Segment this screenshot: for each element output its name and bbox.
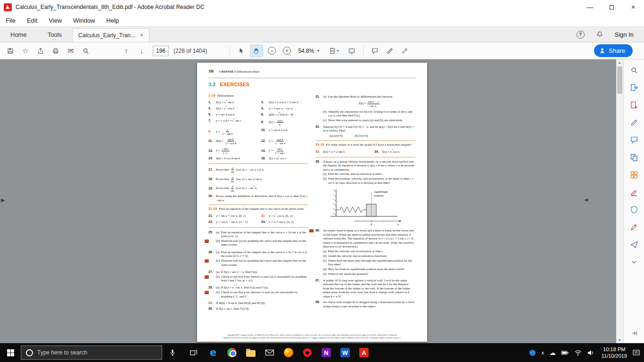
edge-icon[interactable]: e [204,343,223,362]
action-center-icon[interactable] [632,349,640,356]
zoom-in-icon[interactable]: + [280,45,293,57]
chrome-icon[interactable] [223,343,241,362]
hand-tool-icon[interactable] [250,45,263,57]
vertical-scrollbar[interactable]: ▲ ▼ [616,59,623,343]
star-favorite-icon[interactable]: ☆ [19,45,32,57]
right-panel-expand-icon[interactable]: ◀ [584,197,588,202]
pdf-page: 196 CHAPTER 3 Differentiation Rules 3.3E… [197,63,427,342]
share-button[interactable]: Share [594,44,633,57]
fill-sign-icon[interactable] [629,222,639,232]
menu-item[interactable]: File [6,17,16,24]
document-canvas[interactable]: ▶ 196 CHAPTER 3 Differentiation Rules 3.… [0,59,616,343]
volume-icon[interactable] [587,349,594,356]
task-view-icon[interactable] [183,343,204,362]
start-button[interactable] [0,343,21,362]
create-pdf-icon[interactable] [629,100,639,110]
page-number-input[interactable]: 196 [153,46,169,56]
sign-in-button[interactable]: Sign In [615,31,634,38]
opera-icon[interactable] [298,343,317,362]
zoom-level-dropdown[interactable]: 54.8% ▼ [295,45,322,57]
notifications-bell-icon[interactable] [593,28,606,41]
left-pane-toggle-icon[interactable]: ▶ [1,197,5,203]
acrobat-taskbar-icon[interactable]: A [355,343,373,362]
main-toolbar: ☆ ✉ ↑ ↓ 196 (228 of 1404) − + 54.8% ▼ ▼ … [0,42,644,59]
zoom-out-icon[interactable]: − [265,45,278,57]
file-explorer-icon[interactable] [241,343,260,362]
wifi-icon[interactable] [574,349,582,356]
exercise: 12. y = cos x1 − sin x [261,138,308,145]
exercise: 17. Prove that ddx (csc x) = −csc x cot … [208,166,308,174]
firefox-icon[interactable] [279,343,298,362]
more-tools-chevron-icon[interactable] [629,257,639,267]
exercise-parts: (a) Find the velocity and acceleration a… [323,172,415,185]
onenote-icon[interactable]: N [317,343,336,362]
exercise: 11. f(θ) = sin θ1 + cos θ [208,138,257,145]
taskbar-search-input[interactable]: Type here to search [21,346,162,360]
export-pdf-icon[interactable] [629,82,639,93]
find-zoom-icon[interactable] [79,45,92,57]
reading-mode-icon[interactable] [345,45,358,57]
sign-tool-icon[interactable] [398,45,412,57]
part-label: (a) [216,230,220,234]
tab-tools[interactable]: Tools [37,27,72,42]
exercise-number: 28. [208,286,215,289]
tab-home[interactable]: Home [0,27,37,42]
subpart: (b) h′(π/3) [355,134,368,138]
fit-width-icon[interactable]: ▼ [324,45,343,57]
page-count-label: (228 of 1404) [173,48,207,54]
search-tools-icon[interactable] [629,65,639,75]
comment-icon[interactable] [629,135,639,145]
redact-icon[interactable] [629,187,639,197]
taskbar-clock[interactable]: 10:18 PM 11/10/2019 [602,346,627,360]
group-1-16-header: 1–16Differentiate. [208,94,308,98]
close-button[interactable]: × [622,0,644,14]
exercise: 7. y = c cos t + t2 sin t [208,119,257,126]
menu-item[interactable]: Edit [27,17,37,24]
help-icon[interactable]: ? [577,31,585,39]
next-page-icon[interactable]: ↓ [135,45,148,57]
menu-item[interactable]: Window [73,17,95,24]
subpart: (a) g′(π/3) [330,134,342,138]
combine-files-icon[interactable] [629,152,639,163]
comment-tool-icon[interactable] [368,45,381,57]
organize-pages-icon[interactable] [629,170,639,180]
scrollbar-thumb[interactable] [617,66,622,94]
email-icon[interactable]: ✉ [64,45,77,57]
group-text: Differentiate. [217,94,234,97]
word-icon[interactable]: W [336,343,355,362]
print-icon[interactable] [49,45,62,57]
minus-circle-icon: − [268,47,276,55]
protect-icon[interactable] [629,205,639,215]
tab-document[interactable]: Calculus_Early_Tran... × [72,28,149,42]
exercise-number: 18. [208,177,215,181]
save-icon[interactable] [4,45,17,57]
collapse-panel-icon[interactable] [629,328,639,338]
exercise: 9. y = x2 − tan x [208,128,257,136]
maximize-button[interactable] [601,0,622,14]
exercise-formula: f(t) = tet cot t [269,156,286,160]
exercise-part: (a) Use the Quotient Rule to differentia… [323,95,415,109]
exercise-parts: (a) Find the velocity and acceleration a… [323,249,415,276]
battery-icon[interactable] [561,349,569,356]
edit-pdf-icon[interactable] [629,117,639,128]
menu-item[interactable]: View [49,17,62,24]
mail-icon[interactable] [260,343,279,362]
scroll-down-icon[interactable]: ▼ [618,338,621,342]
group-rule [208,164,308,164]
onedrive-cloud-icon[interactable]: ☁ [550,349,556,356]
hidden-icons-chevron[interactable]: ∧ [541,350,544,355]
minimize-button[interactable]: — [579,0,601,14]
part-text: Illustrate part (a) by graphing the curv… [221,239,306,246]
tray-app-icon[interactable] [529,350,536,356]
highlight-pencil-icon[interactable] [383,45,396,57]
menu-item[interactable]: Help [107,17,119,24]
exercise-number: 20. [208,194,215,198]
tab-close-icon[interactable]: × [140,32,143,39]
select-tool-icon[interactable] [235,45,248,57]
microphone-icon[interactable] [162,343,183,362]
previous-page-icon[interactable]: ↑ [120,45,133,57]
send-for-signature-icon[interactable] [629,239,639,250]
share-export-icon[interactable] [34,45,47,57]
exercise-text: A mass on a spring vibrates horizontally… [323,160,414,171]
scroll-up-icon[interactable]: ▲ [618,61,621,64]
